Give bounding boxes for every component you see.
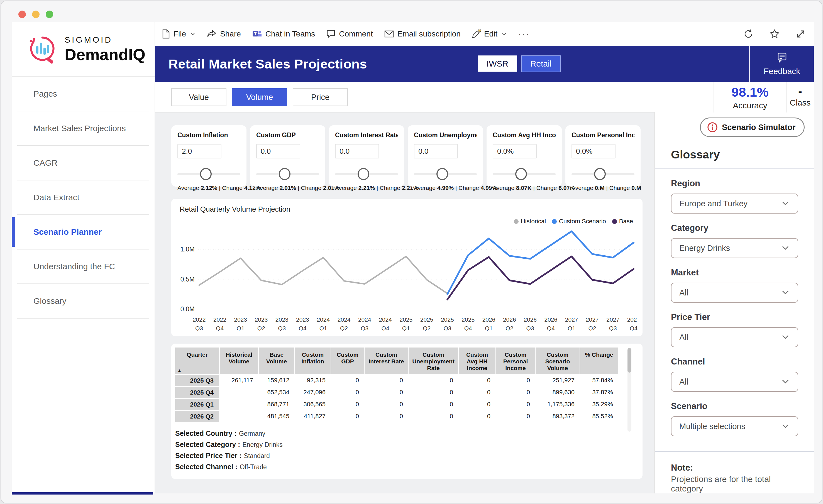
table-cell: 0 [459,386,496,398]
svg-text:1.0M: 1.0M [180,245,195,253]
filter-dropdown-category[interactable]: Energy Drinks [671,238,798,258]
column-header-quarter[interactable]: Quarter▲ [175,347,220,374]
close-window-button[interactable] [18,11,26,18]
feedback-icon [776,51,788,64]
driver-slider [493,168,556,180]
accuracy-value: 98.1% [731,85,769,100]
filter-dropdown-channel[interactable]: All [671,372,798,392]
sidebar-item-cagr[interactable]: CAGR [12,146,155,180]
glossary-title: Glossary [671,148,814,161]
filter-dropdown-scenario[interactable]: Multiple selections [671,416,798,436]
window-titlebar [1,1,822,22]
row-quarter-cell: 2025 Q4 [175,386,220,398]
note-text: Projections are for the total category [671,475,798,493]
column-header-custom-inflation[interactable]: Custom Inflation [295,347,331,374]
filter-dropdown-market[interactable]: All [671,283,798,303]
sort-ascending-icon[interactable]: ▲ [177,368,182,372]
toggle-retail[interactable]: Retail [521,55,561,72]
filter-dropdown-region[interactable]: Europe and Turkey [671,193,798,213]
table-cell [220,410,259,422]
tab-price[interactable]: Price [293,88,348,106]
table-cell: 261,117 [220,374,259,386]
driver-card-title: Custom Avg HH Income [493,132,556,139]
sidebar-item-glossary[interactable]: Glossary [12,284,155,318]
scenario-simulator-button[interactable]: Scenario Simulator [700,118,805,137]
driver-card-custom-interest-rate: Custom Interest Rate0.0Average 2.21% | C… [329,125,404,187]
slider-thumb[interactable] [279,168,291,180]
table-scrollbar[interactable] [628,348,631,432]
legend-item-custom-scenario[interactable]: Custom Scenario [552,218,606,225]
maximize-window-button[interactable] [46,11,53,18]
column-header-custom-gdp[interactable]: Custom GDP [331,347,364,374]
sidebar-item-scenario-planner[interactable]: Scenario Planner [12,215,155,249]
sidebar-item-pages[interactable]: Pages [12,77,155,111]
feedback-button[interactable]: Feedback [749,46,814,82]
filter-label-price-tier: Price Tier [671,312,798,322]
driver-value-input[interactable]: 0.0 [414,144,458,158]
tab-value[interactable]: Value [171,88,226,106]
slider-thumb[interactable] [358,168,369,180]
legend-item-base[interactable]: Base [612,218,633,225]
toolbar-comment-button[interactable]: Comment [326,29,373,38]
slider-thumb[interactable] [200,168,212,180]
accuracy-metric: 98.1% Accuracy [713,82,786,113]
sidebar-item-market-sales-projections[interactable]: Market Sales Projections [12,111,155,145]
driver-card-title: Custom Interest Rate [335,132,398,139]
svg-text:Q4: Q4 [464,325,472,331]
svg-text:Q4: Q4 [547,325,555,331]
svg-text:T: T [254,31,257,36]
driver-value-input[interactable]: 2.0 [177,144,221,158]
glossary-panel: Scenario Simulator Glossary RegionEurope… [654,113,814,493]
table-cell: 893,372 [535,410,580,422]
driver-value-input[interactable]: 0.0% [571,144,616,158]
minimize-window-button[interactable] [32,11,39,18]
slider-thumb[interactable] [594,168,606,180]
column-header-custom-unemployment-rate[interactable]: Custom Unemployment Rate [408,347,459,374]
page-title: Retail Market Sales Projections [168,56,367,71]
driver-value-input[interactable]: 0.0% [493,144,537,158]
refresh-icon[interactable] [743,29,754,39]
tab-volume[interactable]: Volume [232,88,287,106]
info-icon [707,122,718,133]
svg-text:2024: 2024 [379,316,392,323]
column-header-custom-scenario-volume[interactable]: Custom Scenario Volume [535,347,580,374]
column-header-custom-avg-hh-income[interactable]: Custom Avg HH Income [459,347,496,374]
report-canvas: Custom Inflation2.0Average 2.12% | Chang… [155,113,654,493]
expand-icon[interactable] [795,29,806,39]
toolbar-right [743,29,806,39]
projection-table: Quarter▲Historical VolumeBase VolumeCust… [175,347,619,422]
toggle-iwsr[interactable]: IWSR [478,55,517,72]
table-cell: 37.87% [580,386,619,398]
column-header-historical-volume[interactable]: Historical Volume [220,347,259,374]
toolbar-file-button[interactable]: File [161,29,195,39]
toolbar-email-subscription-button[interactable]: Email subscription [384,29,461,38]
column-header-custom-interest-rate[interactable]: Custom Interest Rate [364,347,408,374]
column-header--change[interactable]: % Change [580,347,619,374]
toolbar-edit-button[interactable]: Edit [472,29,507,38]
more-options-button[interactable]: ··· [518,29,530,39]
toolbar-chat-in-teams-button[interactable]: TChat in Teams [252,29,315,39]
svg-text:2023: 2023 [255,316,268,323]
sidebar: SIGMOID DemandIQ PagesMarket Sales Proje… [12,22,155,493]
legend-dot [552,219,557,224]
column-header-custom-personal-income[interactable]: Custom Personal Income [496,347,535,374]
svg-text:2024: 2024 [358,316,371,323]
slider-thumb[interactable] [437,168,448,180]
driver-value-input[interactable]: 0.0 [335,144,379,158]
toolbar-item-label: Share [220,29,241,38]
table-cell: 481,545 [259,410,295,422]
table-scrollbar-thumb[interactable] [628,348,631,372]
svg-text:2024: 2024 [317,316,330,323]
filter-dropdown-price-tier[interactable]: All [671,327,798,347]
column-header-base-volume[interactable]: Base Volume [259,347,295,374]
star-icon[interactable] [769,29,780,39]
driver-value-input[interactable]: 0.0 [256,144,300,158]
legend-item-historical[interactable]: Historical [514,218,546,225]
svg-text:2025: 2025 [420,316,433,323]
class-metric: - Class [786,82,814,113]
toolbar-share-button[interactable]: Share [207,29,241,38]
sidebar-item-data-extract[interactable]: Data Extract [12,180,155,214]
driver-caption: Average 0.M | Change 0.M [571,185,634,191]
sidebar-item-understanding-the-fc[interactable]: Understanding the FC [12,249,155,284]
slider-thumb[interactable] [515,168,527,180]
